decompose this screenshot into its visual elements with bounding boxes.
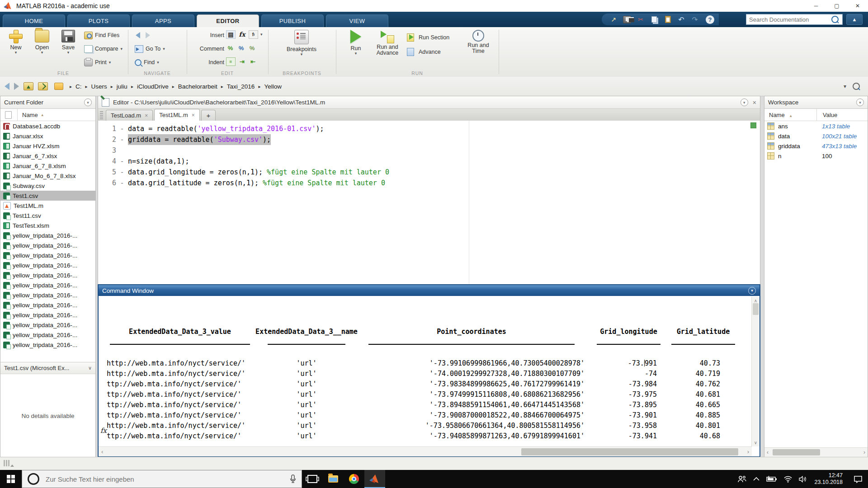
new-tab-button[interactable]: + [201,110,216,121]
code-line[interactable]: 6-data.grid_latitude = zeros(n,1); %fügt… [98,178,760,188]
breadcrumb-segment[interactable]: Users [91,83,107,90]
back-icon[interactable] [136,32,140,38]
save-button[interactable]: Save▾ [56,30,80,54]
comment-icon[interactable]: % [226,44,235,52]
file-list-item[interactable]: yellow_tripdata_2016-... [0,280,95,290]
statusbar-grip[interactable] [4,460,14,467]
vertical-scroll-thumb[interactable] [753,303,759,315]
scroll-left-icon[interactable]: ‹ [767,449,769,455]
file-details-bar[interactable]: Test1.csv (Microsoft Ex... ∨ [0,362,95,374]
new-shortcut-icon[interactable]: ↗ [609,15,618,23]
editor-tab[interactable]: TestLoad.m× [106,110,153,121]
details-collapse-icon[interactable]: ∨ [88,365,92,371]
insert-section-icon[interactable]: ▤ [226,30,236,39]
workspace-variable-row[interactable]: n100 [764,151,868,161]
speaker-icon[interactable] [799,476,808,483]
wifi-icon[interactable] [783,476,793,483]
cut-icon[interactable]: ✂ [636,15,645,23]
maximize-button[interactable]: ▢ [826,0,847,12]
scroll-left-icon[interactable]: ‹ [101,448,103,455]
file-list-item[interactable]: Januar_Mo_6_7_8.xlsx [0,171,95,181]
smart-indent-icon[interactable]: ≡ [226,57,236,66]
file-list-item[interactable]: Januar.xlsx [0,131,95,141]
new-button[interactable]: New▾ [4,30,28,54]
run-button[interactable]: Run▾ [344,30,367,55]
compare-button[interactable]: Compare▾ [84,44,123,53]
file-list-item[interactable]: yellow_tripdata_2016-... [0,260,95,270]
workspace-variable-row[interactable]: griddata473x13 table [764,141,868,151]
breadcrumb-segment[interactable]: juliu [117,83,127,90]
ribbon-tab-home[interactable]: HOME [3,14,65,27]
forward-icon[interactable] [14,83,19,90]
print-button[interactable]: Print▾ [84,58,111,67]
file-list-item[interactable]: yellow_tripdata_2016-... [0,320,95,330]
scroll-right-icon[interactable]: › [863,449,865,455]
editor-tab[interactable]: Test1ML.m× [154,109,200,121]
scroll-right-icon[interactable]: › [747,448,749,455]
forward-icon[interactable] [146,32,150,38]
matlab-taskbar-button[interactable] [364,470,385,488]
close-button[interactable]: ✕ [847,0,868,12]
wrap-comment-icon[interactable]: % [248,44,256,52]
breakpoints-button[interactable]: Breakpoints▾ [281,30,322,56]
current-folder-column-header[interactable]: Name ▲ [0,109,95,121]
command-window-output[interactable]: ExtendedData_Data_3_valueExtendedData_Da… [99,297,752,446]
file-list-item[interactable]: yellow_tripdata_2016-... [0,230,95,240]
editor-menu-icon[interactable]: ▾ [741,99,748,106]
breadcrumb-segment[interactable]: C: [75,83,82,90]
code-line[interactable]: 2-griddata = readtable('Subway.csv'); [98,134,760,145]
run-and-advance-button[interactable]: Run andAdvance [372,30,403,56]
people-icon[interactable] [737,475,746,483]
workspace-scroll-thumb[interactable] [773,449,820,455]
task-view-button[interactable] [302,470,323,488]
address-dropdown-icon[interactable]: ▾ [844,83,846,89]
code-line[interactable]: 4-n=size(data,1); [98,156,760,167]
indent-right-icon[interactable]: ⇥ [238,58,246,66]
ribbon-tab-plots[interactable]: PLOTS [67,14,130,27]
file-list-item[interactable]: yellow_tripdata_2016-... [0,330,95,340]
file-list-item[interactable]: Test11.csv [0,211,95,221]
file-list-item[interactable]: yellow_tripdata_2016-... [0,250,95,260]
ribbon-tab-publish[interactable]: PUBLISH [261,14,324,27]
ribbon-tab-editor[interactable]: EDITOR [197,14,259,27]
action-center-icon[interactable] [854,475,863,483]
save-icon[interactable] [623,15,632,23]
workspace-horizontal-scrollbar[interactable]: ‹ › [764,447,868,457]
advance-button[interactable]: Advance [407,48,441,56]
minimize-button[interactable]: ─ [806,0,826,12]
taskbar-search-input[interactable] [45,475,290,483]
tab-close-icon[interactable]: × [192,112,195,118]
scroll-up-icon[interactable]: ∧ [754,297,757,303]
vertical-scrollbar[interactable]: ∧ ∨ [751,297,760,446]
file-list-item[interactable]: yellow_tripdata_2016-... [0,310,95,320]
breadcrumb-segment[interactable]: Yellow [264,83,282,90]
start-button[interactable] [0,470,22,488]
goto-button[interactable]: Go To▾ [135,44,165,53]
breadcrumb-segment[interactable]: Bachelorarbeit [178,83,217,90]
command-window-menu-icon[interactable]: ▾ [748,287,756,295]
breadcrumb-segment[interactable]: iCloudDrive [137,83,169,90]
code-line[interactable]: 3 [98,145,760,156]
back-icon[interactable] [5,83,9,90]
battery-icon[interactable] [766,476,777,482]
command-window-header[interactable]: Command Window ▾ [99,285,760,296]
file-list-item[interactable]: TestTest.xlsm [0,221,95,230]
file-list-item[interactable]: Test1ML.m [0,201,95,211]
workspace-menu-icon[interactable]: ▾ [856,99,864,106]
folder-up-icon[interactable] [24,82,33,90]
editor-close-icon[interactable]: × [753,99,756,106]
file-list-item[interactable]: Januar HVZ.xlsm [0,141,95,151]
code-line[interactable]: 5-data.grid_longitude = zeros(n,1); %füg… [98,167,760,178]
insert-fx-icon[interactable]: fx [238,31,246,38]
undo-icon[interactable]: ↶ [677,15,686,23]
indent-left-icon[interactable]: ⇤ [249,58,257,66]
code-analyzer-indicator[interactable] [750,122,756,128]
horizontal-scrollbar[interactable]: ‹ › [99,446,752,456]
breadcrumb-segment[interactable]: Taxi_2016 [227,83,255,90]
code-line[interactable]: 1-data = readtable('yellow_tripdata_2016… [98,123,760,134]
search-icon[interactable] [831,16,839,23]
file-list-item[interactable]: Database1.accdb [0,121,95,131]
tab-close-icon[interactable]: × [145,113,148,119]
taskbar-clock[interactable]: 12:47 23.10.2018 [814,472,843,486]
panel-menu-icon[interactable]: ▾ [84,99,92,106]
